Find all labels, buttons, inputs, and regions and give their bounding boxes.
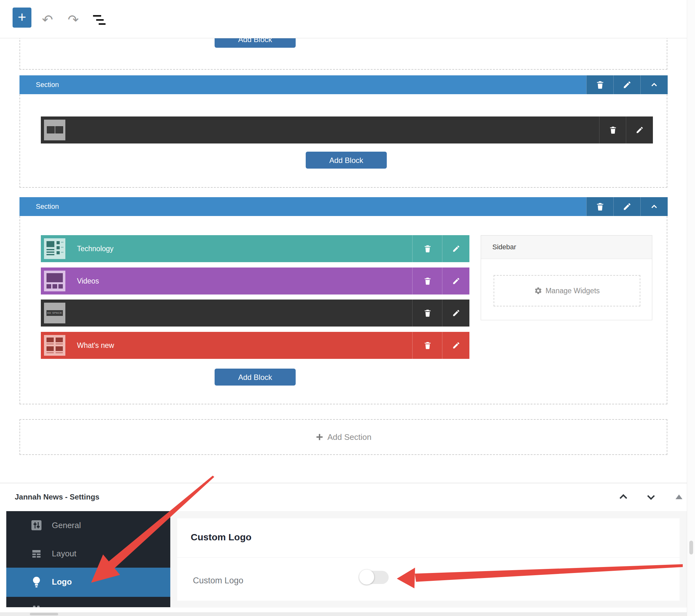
add-block-label: Add Block: [329, 156, 363, 164]
pencil-icon: [623, 202, 631, 211]
pencil-icon: [452, 245, 460, 253]
pencil-icon: [452, 341, 460, 349]
pencil-icon: [635, 126, 644, 134]
section-1-collapse-button[interactable]: [640, 75, 668, 94]
menu-item-label: General: [52, 511, 81, 540]
block-edit-button[interactable]: [442, 267, 470, 295]
section-2-header[interactable]: Section: [19, 197, 667, 216]
menu-item-layout[interactable]: Layout: [6, 540, 170, 568]
technology-block-thumbnail: [44, 238, 65, 259]
list-view-button[interactable]: [93, 15, 105, 25]
trash-icon: [595, 202, 605, 211]
section-2-edit-button[interactable]: [613, 197, 641, 216]
horizontal-scrollbar-handle[interactable]: [30, 613, 58, 615]
section-2-collapse-button[interactable]: [640, 197, 668, 216]
plus-icon: +: [18, 9, 27, 25]
add-section-label: Add Section: [327, 432, 371, 442]
horizontal-scrollbar[interactable]: [0, 612, 695, 616]
block-delete-button[interactable]: [412, 332, 442, 359]
block-row-technology[interactable]: Technology: [41, 235, 470, 262]
panel-move-up-button[interactable]: [618, 491, 631, 503]
redo-button[interactable]: ↷: [66, 14, 81, 27]
pencil-icon: [452, 277, 460, 285]
chevron-down-icon: [645, 491, 657, 503]
chevron-up-icon: [618, 491, 629, 503]
block-edit-button[interactable]: [442, 332, 470, 359]
block-label: Videos: [77, 267, 470, 295]
custom-logo-card: Custom Logo Custom Logo: [177, 518, 680, 601]
custom-logo-heading: Custom Logo: [191, 532, 680, 543]
vertical-scrollbar-handle[interactable]: [689, 541, 693, 555]
block-label: Technology: [77, 235, 470, 262]
section-1-title: Section: [36, 75, 667, 94]
block-row-ad-wide[interactable]: [41, 117, 653, 143]
block-delete-button[interactable]: [412, 267, 442, 295]
trash-icon: [423, 244, 432, 253]
block-row-videos[interactable]: Videos: [41, 267, 470, 295]
block-delete-button[interactable]: [412, 235, 442, 262]
partial-icon: [31, 604, 42, 607]
pencil-icon: [623, 81, 631, 89]
trash-icon: [609, 126, 617, 134]
video-layout-glyph: [44, 271, 65, 292]
toggle-knob[interactable]: [359, 569, 374, 585]
videos-block-thumbnail: [44, 271, 65, 292]
add-block-button-section-2[interactable]: Add Block: [215, 369, 296, 386]
page-builder-screen: Add Block + ↶ ↷ Section: [0, 0, 695, 616]
block-edit-button[interactable]: [626, 117, 653, 143]
block-edit-button[interactable]: [442, 300, 470, 327]
undo-button[interactable]: ↶: [40, 14, 55, 27]
manage-widgets-label: Manage Widgets: [545, 287, 600, 295]
posts-grid-glyph: [44, 335, 65, 356]
layout-grid-icon: [31, 548, 42, 559]
gear-icon: [534, 287, 542, 295]
trash-icon: [423, 277, 432, 285]
lightbulb-icon: [31, 576, 42, 588]
panel-toggle-triangle-icon[interactable]: [676, 494, 682, 499]
ad-space-label: AD SPACE: [47, 310, 63, 316]
sidebar-widget-header: Sidebar: [481, 235, 652, 259]
block-edit-button[interactable]: [442, 235, 470, 262]
menu-item-partial[interactable]: [6, 597, 170, 607]
block-delete-button[interactable]: [599, 117, 626, 143]
sliders-icon: [31, 520, 42, 531]
block-row-whats-new[interactable]: What's new: [41, 332, 470, 359]
divider: [177, 557, 680, 558]
undo-icon: ↶: [42, 12, 53, 27]
plus-icon: [316, 433, 324, 441]
add-block-label: Add Block: [238, 373, 272, 382]
settings-menu: General Layout Logo: [6, 511, 170, 607]
menu-item-logo-active[interactable]: Logo: [6, 568, 170, 597]
chevron-up-icon: [649, 80, 659, 89]
menu-item-label: Layout: [52, 540, 77, 568]
section-2-title: Section: [36, 197, 667, 216]
menu-item-general[interactable]: General: [6, 511, 170, 540]
editor-toolbar: + ↶ ↷: [0, 0, 695, 38]
chevron-up-icon: [649, 202, 659, 211]
trash-icon: [423, 309, 432, 317]
panel-move-down-button[interactable]: [645, 491, 659, 503]
manage-widgets-button[interactable]: Manage Widgets: [494, 275, 640, 306]
whats-new-block-thumbnail: [44, 335, 65, 356]
section-2-delete-button[interactable]: [586, 197, 614, 216]
pencil-icon: [452, 309, 460, 317]
block-row-ad-space[interactable]: AD SPACE: [41, 300, 470, 327]
news-layout-glyph: [44, 238, 65, 259]
trash-icon: [595, 80, 605, 89]
menu-item-label: Logo: [52, 568, 72, 596]
section-1-header[interactable]: Section: [19, 75, 667, 94]
settings-panel-header: Jannah News - Settings: [0, 483, 695, 511]
sidebar-widget-card: Sidebar Manage Widgets: [481, 235, 652, 320]
sidebar-widget-title: Sidebar: [492, 235, 652, 259]
block-inserter-button[interactable]: +: [13, 7, 31, 28]
section-1-delete-button[interactable]: [586, 75, 614, 94]
custom-logo-toggle-label: Custom Logo: [193, 576, 243, 585]
vertical-scrollbar[interactable]: [687, 0, 695, 616]
add-block-button-section-1[interactable]: Add Block: [306, 152, 387, 169]
custom-logo-toggle[interactable]: [360, 571, 389, 584]
block-label: What's new: [77, 332, 470, 359]
redo-icon: ↷: [68, 12, 79, 27]
section-1-edit-button[interactable]: [613, 75, 641, 94]
add-section-button[interactable]: Add Section: [19, 419, 667, 455]
block-delete-button[interactable]: [412, 300, 442, 327]
